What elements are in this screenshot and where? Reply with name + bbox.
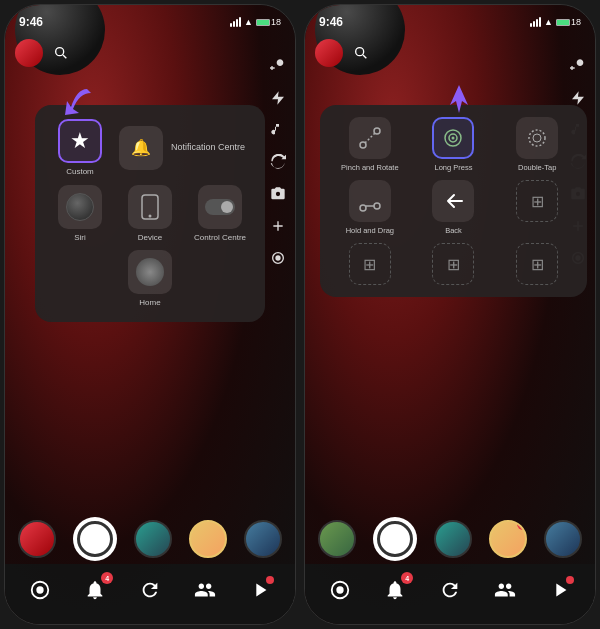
empty-plus-4: ⊞ (531, 255, 544, 274)
gesture-pinch[interactable]: Pinch and Rotate (332, 117, 408, 172)
right-search-icon[interactable] (349, 41, 373, 65)
control-label: Control Centre (194, 233, 246, 243)
home-circle (136, 258, 164, 286)
avatar-1[interactable] (18, 520, 56, 558)
right-tab-camera[interactable] (326, 576, 354, 604)
left-bottom-tabs: 4 (5, 564, 295, 624)
gesture-back[interactable]: Back (416, 180, 492, 235)
left-phone: 9:46 ▲ 18 (4, 4, 296, 625)
flash-icon[interactable] (267, 87, 289, 109)
notification-icon-box: 🔔 (119, 126, 163, 170)
rotate-icon[interactable] (267, 151, 289, 173)
menu-item-home[interactable]: Home (128, 250, 172, 308)
left-avatar[interactable] (15, 39, 43, 67)
gesture-long-press[interactable]: Long Press (416, 117, 492, 172)
gesture-empty4[interactable]: ⊞ (499, 243, 575, 285)
right-bottom-tabs: 4 (305, 564, 595, 624)
right-av1[interactable] (318, 520, 356, 558)
toggle-icon (205, 199, 235, 215)
custom-label: Custom (66, 167, 94, 177)
pinch-label: Pinch and Rotate (341, 163, 399, 172)
svg-point-20 (374, 203, 380, 209)
menu-item-custom[interactable]: ★ Custom (49, 119, 111, 177)
avatar-2[interactable] (134, 520, 172, 558)
right-av4[interactable] (544, 520, 582, 558)
hold-drag-icon (357, 188, 383, 214)
svg-point-0 (56, 48, 64, 56)
right-play-badge (566, 576, 574, 584)
pinch-icon-box (349, 117, 391, 159)
right-status-icons: ▲ 18 (530, 17, 581, 27)
avatar-4[interactable] (244, 520, 282, 558)
empty-plus-3: ⊞ (447, 255, 460, 274)
music-note-icon[interactable] (267, 119, 289, 141)
right-record[interactable] (373, 517, 417, 561)
back-label: Back (445, 226, 462, 235)
svg-point-13 (374, 128, 380, 134)
tab-camera[interactable] (26, 576, 54, 604)
gesture-empty1[interactable]: ⊞ (499, 180, 575, 235)
long-press-icon-box (432, 117, 474, 159)
svg-point-17 (529, 130, 545, 146)
bell-icon: 🔔 (131, 138, 151, 157)
menu-inner: ★ Custom 🔔 Notification Centre (49, 119, 251, 308)
gesture-empty3[interactable]: ⊞ (416, 243, 492, 285)
gesture-menu-inner: Pinch and Rotate Long Press (332, 117, 575, 285)
tab-people[interactable] (191, 576, 219, 604)
left-time: 9:46 (19, 15, 43, 29)
menu-item-device[interactable]: Device (119, 185, 181, 243)
phone-device-icon (141, 194, 159, 220)
camera-small-icon[interactable] (267, 183, 289, 205)
empty-slot-4: ⊞ (516, 243, 558, 285)
right-av3[interactable]: 3 (489, 520, 527, 558)
empty-plus-1: ⊞ (531, 192, 544, 211)
record-button[interactable] (73, 517, 117, 561)
menu-item-siri[interactable]: Siri (49, 185, 111, 243)
gesture-hold-drag[interactable]: Hold and Drag (332, 180, 408, 235)
siri-icon-box (58, 185, 102, 229)
hold-drag-icon-box (349, 180, 391, 222)
shutter-icon[interactable] (267, 247, 289, 269)
add-friend-icon[interactable] (267, 55, 289, 77)
right-avatar[interactable] (315, 39, 343, 67)
menu-item-control[interactable]: Control Centre (189, 185, 251, 243)
right-add-friend-icon[interactable] (567, 55, 589, 77)
avatar-3[interactable] (189, 520, 227, 558)
gesture-empty2[interactable]: ⊞ (332, 243, 408, 285)
main-container: 9:46 ▲ 18 (0, 0, 600, 629)
svg-point-7 (37, 586, 44, 593)
control-icon-box (198, 185, 242, 229)
plus-icon[interactable] (267, 215, 289, 237)
record-inner (77, 521, 113, 557)
right-phone: 9:46 ▲ 18 (304, 4, 596, 625)
svg-point-3 (275, 255, 280, 260)
right-tab-refresh[interactable] (436, 576, 464, 604)
menu-item-notification[interactable]: 🔔 Notification Centre (119, 119, 251, 177)
empty-slot-1: ⊞ (516, 180, 558, 222)
right-tab-notifications[interactable]: 4 (381, 576, 409, 604)
menu-row2: Siri Device (49, 185, 251, 243)
tab-refresh[interactable] (136, 576, 164, 604)
svg-line-9 (363, 55, 366, 58)
gesture-row2: Hold and Drag Back ⊞ (332, 180, 575, 235)
play-badge (266, 576, 274, 584)
tab-notifications[interactable]: 4 (81, 576, 109, 604)
pinch-rotate-icon (357, 125, 383, 151)
right-gesture-menu: Pinch and Rotate Long Press (320, 105, 587, 297)
device-label: Device (138, 233, 162, 243)
left-profile-top (15, 39, 73, 67)
left-context-menu: ★ Custom 🔔 Notification Centre (35, 105, 265, 322)
tab-play[interactable] (246, 576, 274, 604)
svg-point-8 (356, 48, 364, 56)
left-search-icon[interactable] (49, 41, 73, 65)
svg-point-5 (149, 214, 152, 217)
right-tab-play[interactable] (546, 576, 574, 604)
back-arrow-icon (442, 190, 464, 212)
gesture-double-tap[interactable]: Double-Tap (499, 117, 575, 172)
right-notification-badge: 4 (401, 572, 413, 584)
empty-plus-2: ⊞ (363, 255, 376, 274)
back-icon-box (432, 180, 474, 222)
right-tab-people[interactable] (491, 576, 519, 604)
right-av2[interactable] (434, 520, 472, 558)
notification-badge: 4 (101, 572, 113, 584)
